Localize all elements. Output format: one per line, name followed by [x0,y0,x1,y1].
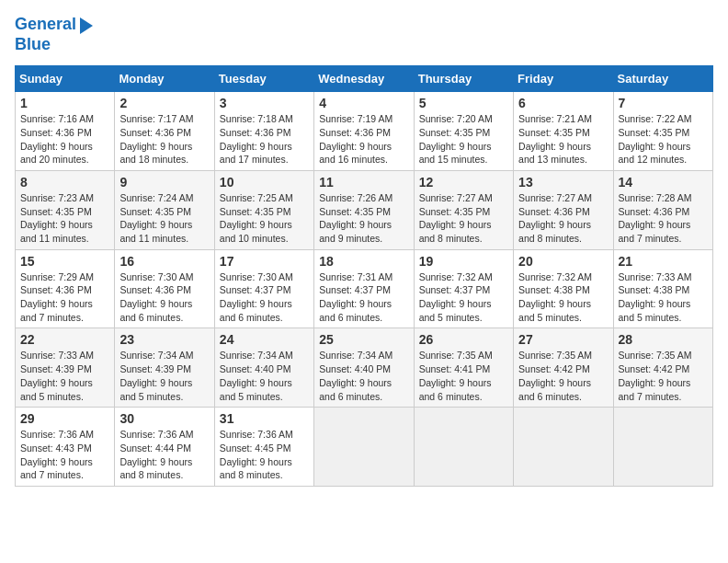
day-number: 20 [518,254,608,269]
calendar-cell: 30Sunrise: 7:36 AMSunset: 4:44 PMDayligh… [115,408,214,487]
day-number: 10 [220,175,309,190]
day-number: 5 [419,96,508,110]
day-number: 8 [20,175,109,190]
logo-blue: Blue [15,35,93,55]
calendar-cell: 22Sunrise: 7:33 AMSunset: 4:39 PMDayligh… [16,328,115,408]
calendar-cell: 7Sunrise: 7:22 AMSunset: 4:35 PMDaylight… [613,92,712,171]
day-info: Sunrise: 7:31 AMSunset: 4:37 PMDaylight:… [319,270,408,325]
day-info: Sunrise: 7:27 AMSunset: 4:36 PMDaylight:… [518,191,608,246]
day-number: 25 [319,332,408,347]
day-number: 30 [119,411,209,426]
logo: General Blue [15,15,93,54]
page-header: General Blue [15,15,713,54]
calendar-cell [314,408,414,487]
day-info: Sunrise: 7:35 AMSunset: 4:42 PMDaylight:… [518,349,608,403]
calendar-cell: 28Sunrise: 7:35 AMSunset: 4:42 PMDayligh… [613,328,712,408]
day-number: 14 [619,175,708,190]
calendar-cell: 21Sunrise: 7:33 AMSunset: 4:38 PMDayligh… [613,249,712,328]
calendar-cell: 26Sunrise: 7:35 AMSunset: 4:41 PMDayligh… [414,328,513,408]
day-number: 24 [220,332,309,347]
day-number: 15 [20,254,109,269]
day-number: 16 [119,254,209,269]
day-number: 21 [619,254,708,269]
week-row-1: 1Sunrise: 7:16 AMSunset: 4:36 PMDaylight… [16,92,713,171]
day-info: Sunrise: 7:35 AMSunset: 4:41 PMDaylight:… [419,349,508,403]
day-info: Sunrise: 7:28 AMSunset: 4:36 PMDaylight:… [619,191,708,246]
calendar-cell: 8Sunrise: 7:23 AMSunset: 4:35 PMDaylight… [16,170,115,249]
day-info: Sunrise: 7:23 AMSunset: 4:35 PMDaylight:… [20,191,109,246]
day-header-friday: Friday [514,66,613,92]
calendar-cell: 18Sunrise: 7:31 AMSunset: 4:37 PMDayligh… [314,249,414,328]
day-header-monday: Monday [115,66,214,92]
calendar-cell: 17Sunrise: 7:30 AMSunset: 4:37 PMDayligh… [214,249,313,328]
day-header-thursday: Thursday [414,66,513,92]
calendar-cell: 9Sunrise: 7:24 AMSunset: 4:35 PMDaylight… [115,170,214,249]
calendar-cell: 12Sunrise: 7:27 AMSunset: 4:35 PMDayligh… [414,170,513,249]
day-header-tuesday: Tuesday [214,66,313,92]
day-info: Sunrise: 7:25 AMSunset: 4:35 PMDaylight:… [220,191,309,246]
day-number: 29 [20,411,109,426]
day-number: 9 [119,175,209,190]
calendar-cell [514,408,613,487]
week-row-3: 15Sunrise: 7:29 AMSunset: 4:36 PMDayligh… [16,249,713,328]
day-info: Sunrise: 7:26 AMSunset: 4:35 PMDaylight:… [319,191,408,246]
calendar-cell: 16Sunrise: 7:30 AMSunset: 4:36 PMDayligh… [115,249,214,328]
day-info: Sunrise: 7:17 AMSunset: 4:36 PMDaylight:… [119,112,209,167]
day-info: Sunrise: 7:34 AMSunset: 4:40 PMDaylight:… [319,349,408,403]
day-number: 27 [518,332,608,347]
day-info: Sunrise: 7:21 AMSunset: 4:35 PMDaylight:… [518,112,608,167]
day-number: 1 [20,96,109,110]
calendar-cell: 6Sunrise: 7:21 AMSunset: 4:35 PMDaylight… [514,92,613,171]
calendar-cell: 11Sunrise: 7:26 AMSunset: 4:35 PMDayligh… [314,170,414,249]
calendar-cell [414,408,513,487]
calendar-cell: 15Sunrise: 7:29 AMSunset: 4:36 PMDayligh… [16,249,115,328]
day-number: 12 [419,175,508,190]
day-number: 31 [220,411,309,426]
logo-general: General [15,15,76,33]
day-number: 7 [619,96,708,110]
day-info: Sunrise: 7:29 AMSunset: 4:36 PMDaylight:… [20,270,109,325]
week-row-5: 29Sunrise: 7:36 AMSunset: 4:43 PMDayligh… [16,408,713,487]
day-header-sunday: Sunday [16,66,115,92]
day-info: Sunrise: 7:36 AMSunset: 4:45 PMDaylight:… [220,428,309,482]
day-number: 17 [220,254,309,269]
calendar-cell: 14Sunrise: 7:28 AMSunset: 4:36 PMDayligh… [613,170,712,249]
day-header-wednesday: Wednesday [314,66,414,92]
calendar-table: SundayMondayTuesdayWednesdayThursdayFrid… [15,65,713,487]
calendar-cell: 5Sunrise: 7:20 AMSunset: 4:35 PMDaylight… [414,92,513,171]
day-info: Sunrise: 7:33 AMSunset: 4:38 PMDaylight:… [619,270,708,325]
calendar-cell: 23Sunrise: 7:34 AMSunset: 4:39 PMDayligh… [115,328,214,408]
day-number: 11 [319,175,408,190]
day-number: 23 [119,332,209,347]
calendar-cell: 3Sunrise: 7:18 AMSunset: 4:36 PMDaylight… [214,92,313,171]
calendar-cell: 2Sunrise: 7:17 AMSunset: 4:36 PMDaylight… [115,92,214,171]
day-number: 13 [518,175,608,190]
day-info: Sunrise: 7:35 AMSunset: 4:42 PMDaylight:… [619,349,708,403]
calendar-cell: 4Sunrise: 7:19 AMSunset: 4:36 PMDaylight… [314,92,414,171]
day-header-saturday: Saturday [613,66,712,92]
day-number: 18 [319,254,408,269]
day-info: Sunrise: 7:36 AMSunset: 4:44 PMDaylight:… [119,428,209,482]
day-info: Sunrise: 7:24 AMSunset: 4:35 PMDaylight:… [119,191,209,246]
day-number: 22 [20,332,109,347]
day-info: Sunrise: 7:20 AMSunset: 4:35 PMDaylight:… [419,112,508,167]
day-number: 3 [220,96,309,110]
day-info: Sunrise: 7:22 AMSunset: 4:35 PMDaylight:… [619,112,708,167]
calendar-cell: 25Sunrise: 7:34 AMSunset: 4:40 PMDayligh… [314,328,414,408]
day-info: Sunrise: 7:34 AMSunset: 4:39 PMDaylight:… [119,349,209,403]
calendar-cell: 1Sunrise: 7:16 AMSunset: 4:36 PMDaylight… [16,92,115,171]
calendar-cell: 29Sunrise: 7:36 AMSunset: 4:43 PMDayligh… [16,408,115,487]
day-number: 26 [419,332,508,347]
day-info: Sunrise: 7:30 AMSunset: 4:36 PMDaylight:… [119,270,209,325]
day-info: Sunrise: 7:32 AMSunset: 4:37 PMDaylight:… [419,270,508,325]
day-number: 19 [419,254,508,269]
day-number: 2 [119,96,209,110]
calendar-cell: 19Sunrise: 7:32 AMSunset: 4:37 PMDayligh… [414,249,513,328]
week-row-4: 22Sunrise: 7:33 AMSunset: 4:39 PMDayligh… [16,328,713,408]
day-number: 6 [518,96,608,110]
week-row-2: 8Sunrise: 7:23 AMSunset: 4:35 PMDaylight… [16,170,713,249]
calendar-cell: 10Sunrise: 7:25 AMSunset: 4:35 PMDayligh… [214,170,313,249]
calendar-cell: 20Sunrise: 7:32 AMSunset: 4:38 PMDayligh… [514,249,613,328]
day-info: Sunrise: 7:19 AMSunset: 4:36 PMDaylight:… [319,112,408,167]
day-info: Sunrise: 7:16 AMSunset: 4:36 PMDaylight:… [20,112,109,167]
